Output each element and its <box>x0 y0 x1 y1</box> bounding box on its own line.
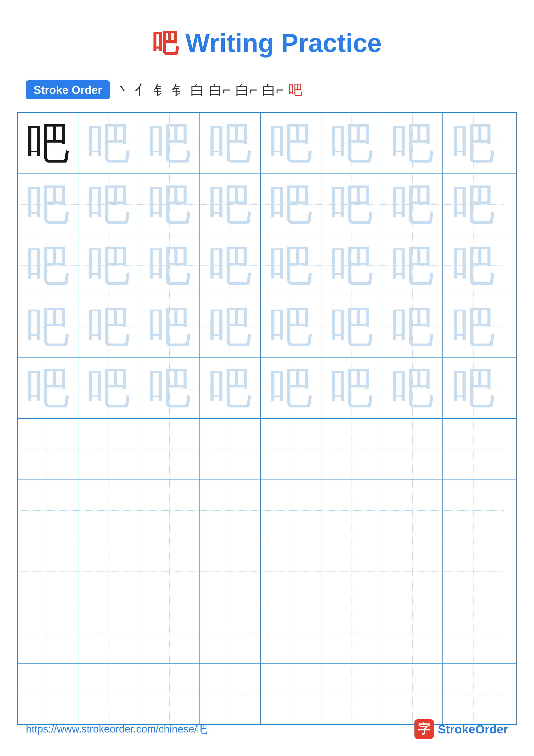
grid-cell-empty[interactable] <box>78 419 139 479</box>
grid-cell-empty[interactable] <box>139 602 200 663</box>
grid-cell: 吧 <box>18 113 78 174</box>
char-display: 吧 <box>391 183 434 226</box>
grid-cell-empty[interactable] <box>200 541 261 602</box>
grid-cell-empty[interactable] <box>18 419 78 479</box>
grid-cell: 吧 <box>261 113 321 174</box>
char-display: 吧 <box>26 366 69 410</box>
grid-cell: 吧 <box>139 174 200 235</box>
grid-cell: 吧 <box>261 235 321 296</box>
grid-cell-empty[interactable] <box>382 541 443 602</box>
char-display: 吧 <box>391 244 434 287</box>
grid-cell-empty[interactable] <box>139 419 200 479</box>
grid-cell: 吧 <box>382 174 443 235</box>
grid-cell-empty[interactable] <box>200 480 261 541</box>
grid-cell: 吧 <box>261 358 321 418</box>
char-display: 吧 <box>452 305 495 348</box>
grid-cell-empty[interactable] <box>261 419 321 479</box>
grid-cell: 吧 <box>139 296 200 357</box>
grid-row: 吧 吧 吧 吧 吧 吧 吧 吧 <box>18 296 516 358</box>
grid-cell: 吧 <box>78 174 139 235</box>
grid-cell-empty[interactable] <box>261 480 321 541</box>
grid-cell-empty[interactable] <box>78 602 139 663</box>
char-display: 吧 <box>452 366 495 410</box>
char-display: 吧 <box>452 244 495 287</box>
grid-cell-empty[interactable] <box>200 602 261 663</box>
writing-grid: 吧 吧 吧 吧 吧 吧 吧 吧 吧 吧 吧 吧 吧 吧 吧 吧 吧 吧 吧 吧 … <box>17 112 517 725</box>
grid-cell-empty[interactable] <box>18 602 78 663</box>
char-display: 吧 <box>269 305 312 348</box>
char-display: 吧 <box>269 183 312 226</box>
char-display: 吧 <box>269 244 312 287</box>
grid-cell-empty[interactable] <box>382 480 443 541</box>
grid-cell-empty[interactable] <box>321 602 382 663</box>
stroke-9: 吧 <box>289 81 302 99</box>
grid-cell: 吧 <box>261 174 321 235</box>
grid-cell-empty[interactable] <box>78 663 139 724</box>
char-display: 吧 <box>391 122 434 165</box>
grid-cell: 吧 <box>382 296 443 357</box>
char-display: 吧 <box>209 244 252 287</box>
grid-cell-empty[interactable] <box>78 541 139 602</box>
grid-cell-empty[interactable] <box>321 419 382 479</box>
grid-cell-empty[interactable] <box>382 419 443 479</box>
grid-row-empty <box>18 602 516 663</box>
page-title: 吧 Writing Practice <box>0 0 534 74</box>
grid-cell: 吧 <box>139 358 200 418</box>
grid-cell: 吧 <box>78 235 139 296</box>
grid-cell-empty[interactable] <box>139 663 200 724</box>
grid-cell: 吧 <box>321 174 382 235</box>
stroke-order-section: Stroke Order 丶 亻 ⻐ ⻐ 白 白⌐ 白⌐ 白⌐ 吧 <box>0 74 534 108</box>
grid-cell: 吧 <box>261 296 321 357</box>
char-display: 吧 <box>330 244 373 287</box>
grid-cell-empty[interactable] <box>200 663 261 724</box>
grid-cell-empty[interactable] <box>443 480 504 541</box>
grid-cell-empty[interactable] <box>443 541 504 602</box>
grid-row: 吧 吧 吧 吧 吧 吧 吧 吧 <box>18 235 516 296</box>
grid-cell-empty[interactable] <box>261 541 321 602</box>
stroke-4: ⻐ <box>172 81 186 99</box>
grid-cell-empty[interactable] <box>443 663 504 724</box>
grid-cell-empty[interactable] <box>261 602 321 663</box>
stroke-7: 白⌐ <box>236 81 257 99</box>
grid-row-empty <box>18 419 516 480</box>
char-display: 吧 <box>269 366 312 410</box>
char-display: 吧 <box>391 305 434 348</box>
char-display: 吧 <box>452 183 495 226</box>
grid-cell-empty[interactable] <box>321 541 382 602</box>
grid-cell-empty[interactable] <box>261 663 321 724</box>
char-display: 吧 <box>148 366 191 410</box>
grid-cell-empty[interactable] <box>321 663 382 724</box>
char-display: 吧 <box>330 122 373 165</box>
grid-cell-empty[interactable] <box>18 541 78 602</box>
footer-logo-text: StrokeOrder <box>438 722 508 736</box>
grid-cell: 吧 <box>200 113 261 174</box>
grid-cell-empty[interactable] <box>18 480 78 541</box>
grid-cell-empty[interactable] <box>139 480 200 541</box>
grid-cell-empty[interactable] <box>139 541 200 602</box>
grid-cell: 吧 <box>321 235 382 296</box>
grid-cell-empty[interactable] <box>78 480 139 541</box>
grid-cell: 吧 <box>321 113 382 174</box>
char-display: 吧 <box>148 122 191 165</box>
title-english: Writing Practice <box>178 28 382 57</box>
grid-cell: 吧 <box>382 358 443 418</box>
grid-cell-empty[interactable] <box>200 419 261 479</box>
grid-cell: 吧 <box>443 358 504 418</box>
grid-cell-empty[interactable] <box>443 602 504 663</box>
grid-cell-empty[interactable] <box>18 663 78 724</box>
stroke-order-badge: Stroke Order <box>26 80 110 99</box>
grid-cell: 吧 <box>200 296 261 357</box>
char-display: 吧 <box>330 305 373 348</box>
grid-cell-empty[interactable] <box>382 663 443 724</box>
char-display: 吧 <box>26 183 69 226</box>
grid-cell-empty[interactable] <box>382 602 443 663</box>
grid-row: 吧 吧 吧 吧 吧 吧 吧 吧 <box>18 358 516 419</box>
char-display: 吧 <box>391 366 434 410</box>
grid-cell: 吧 <box>321 296 382 357</box>
char-display: 吧 <box>209 183 252 226</box>
grid-cell: 吧 <box>18 174 78 235</box>
grid-cell: 吧 <box>78 113 139 174</box>
grid-cell-empty[interactable] <box>443 419 504 479</box>
grid-cell: 吧 <box>18 358 78 418</box>
grid-cell-empty[interactable] <box>321 480 382 541</box>
